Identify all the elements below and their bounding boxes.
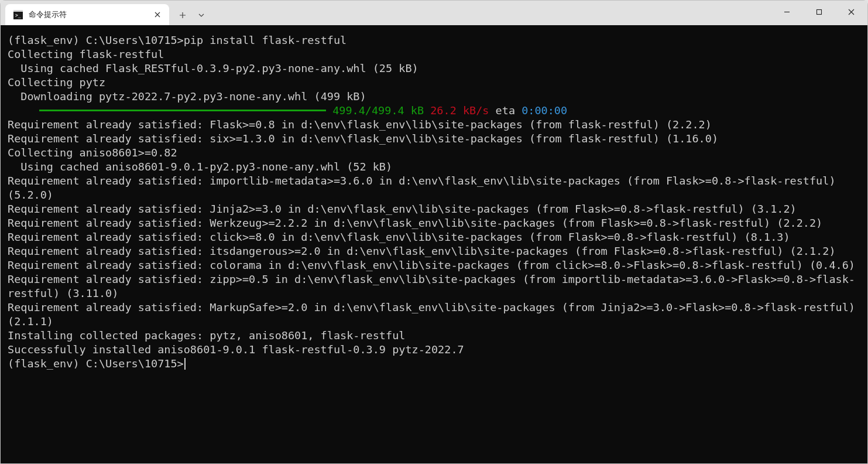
output-line: Installing collected packages: pytz, ani…	[8, 329, 862, 343]
progress-eta-label: eta	[489, 104, 522, 117]
maximize-button[interactable]	[803, 1, 835, 23]
output-line: Requirement already satisfied: Werkzeug>…	[8, 216, 862, 230]
prompt-line: (flask_env) C:\Users\10715>	[8, 357, 862, 371]
output-line: Successfully installed aniso8601-9.0.1 f…	[8, 343, 862, 357]
progress-bar-line: 499.4/499.4 kB 26.2 kB/s eta 0:00:00	[8, 104, 862, 118]
title-bar[interactable]: >_ 命令提示符	[1, 1, 867, 25]
output-line: Collecting pytz	[8, 76, 862, 90]
prompt-prefix: (flask_env) C:\Users\10715>	[8, 357, 184, 370]
prompt-line: (flask_env) C:\Users\10715>pip install f…	[8, 33, 862, 47]
progress-speed: 26.2 kB/s	[424, 104, 489, 117]
output-line: Requirement already satisfied: zipp>=0.5…	[8, 272, 862, 301]
prompt-prefix: (flask_env) C:\Users\10715>	[8, 34, 184, 46]
tab-active[interactable]: >_ 命令提示符	[5, 4, 169, 25]
close-window-button[interactable]	[835, 1, 867, 23]
progress-size: 499.4/499.4 kB	[326, 104, 424, 117]
output-line: Downloading pytz-2022.7-py2.py3-none-any…	[8, 90, 862, 104]
progress-bar-fill	[39, 110, 326, 111]
output-line: Requirement already satisfied: colorama …	[8, 258, 862, 272]
output-line: Using cached aniso8601-9.0.1-py2.py3-non…	[8, 160, 862, 174]
cursor-icon	[184, 358, 186, 370]
new-tab-button[interactable]	[173, 5, 193, 25]
output-line: Requirement already satisfied: Flask>=0.…	[8, 118, 862, 132]
window-controls	[771, 1, 867, 25]
output-line: Requirement already satisfied: click>=8.…	[8, 230, 862, 244]
output-line: Requirement already satisfied: MarkupSaf…	[8, 301, 862, 329]
output-line: Collecting aniso8601>=0.82	[8, 146, 862, 160]
output-line: Requirement already satisfied: Jinja2>=3…	[8, 202, 862, 216]
output-line: Requirement already satisfied: six>=1.3.…	[8, 132, 862, 146]
prompt-command: pip install flask-restful	[184, 34, 346, 46]
cmd-icon: >_	[13, 10, 23, 19]
app-window: >_ 命令提示符 (flask_env) C:\Users\10715>pip	[0, 0, 868, 464]
progress-eta-value: 0:00:00	[522, 104, 567, 117]
tab-close-button[interactable]	[153, 10, 162, 19]
output-line: Requirement already satisfied: importlib…	[8, 174, 862, 202]
svg-rect-3	[817, 9, 822, 14]
output-line: Requirement already satisfied: itsdanger…	[8, 244, 862, 258]
minimize-button[interactable]	[771, 1, 803, 23]
terminal-body[interactable]: (flask_env) C:\Users\10715>pip install f…	[1, 25, 867, 463]
tab-dropdown-button[interactable]	[193, 5, 210, 25]
tab-title: 命令提示符	[29, 9, 67, 20]
output-line: Using cached Flask_RESTful-0.3.9-py2.py3…	[8, 62, 862, 76]
svg-rect-1	[13, 10, 23, 12]
svg-text:>_: >_	[15, 13, 21, 18]
output-line: Collecting flask-restful	[8, 47, 862, 62]
